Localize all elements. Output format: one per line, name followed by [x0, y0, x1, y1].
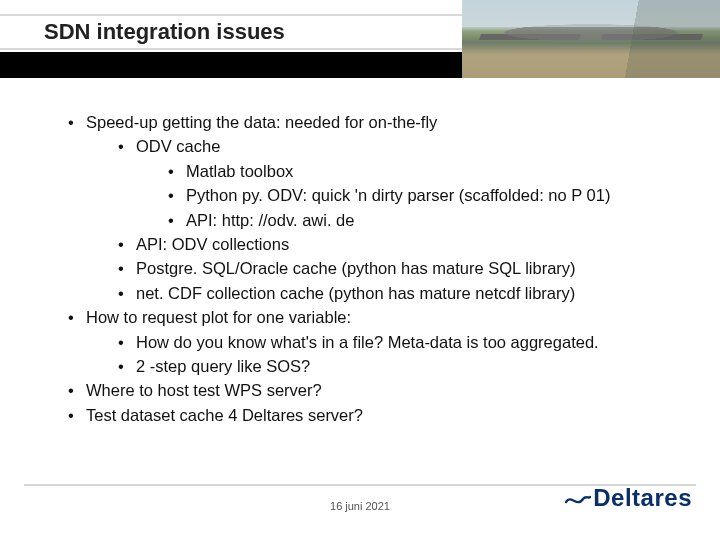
slide: SDN integration issues Speed-up getting … [0, 0, 720, 540]
bullet-l2: How do you know what's in a file? Meta-d… [114, 330, 690, 354]
bullet-text: 2 -step query like SOS? [136, 357, 310, 375]
bullet-l1: Test dataset cache 4 Deltares server? [64, 403, 690, 427]
bullet-l1: Where to host test WPS server? [64, 378, 690, 402]
bullet-text: Speed-up getting the data: needed for on… [86, 113, 437, 131]
bullet-l1: How to request plot for one variable: Ho… [64, 305, 690, 378]
wave-icon [565, 486, 591, 504]
slide-title: SDN integration issues [0, 19, 285, 45]
bullet-text: How to request plot for one variable: [86, 308, 351, 326]
bullet-text: Where to host test WPS server? [86, 381, 322, 399]
slide-body: Speed-up getting the data: needed for on… [64, 110, 690, 427]
slide-header: SDN integration issues [0, 0, 720, 78]
bullet-text: Python py. ODV: quick 'n dirty parser (s… [186, 186, 610, 204]
bullet-text: API: ODV collections [136, 235, 289, 253]
bullet-l3: Python py. ODV: quick 'n dirty parser (s… [164, 183, 690, 207]
bullet-text: ODV cache [136, 137, 220, 155]
header-photo [462, 0, 720, 78]
bullet-l2: API: ODV collections [114, 232, 690, 256]
bullet-l2: ODV cache Matlab toolbox Python py. ODV:… [114, 134, 690, 232]
bullet-l2: 2 -step query like SOS? [114, 354, 690, 378]
bullet-text: Test dataset cache 4 Deltares server? [86, 406, 363, 424]
bullet-l3: Matlab toolbox [164, 159, 690, 183]
bullet-text: How do you know what's in a file? Meta-d… [136, 333, 599, 351]
bullet-l1: Speed-up getting the data: needed for on… [64, 110, 690, 305]
bullet-l2: net. CDF collection cache (python has ma… [114, 281, 690, 305]
bullet-text: net. CDF collection cache (python has ma… [136, 284, 575, 302]
bullet-text: Postgre. SQL/Oracle cache (python has ma… [136, 259, 576, 277]
bullet-text: Matlab toolbox [186, 162, 293, 180]
bullet-text: API: http: //odv. awi. de [186, 211, 354, 229]
deltares-logo: Deltares [565, 484, 692, 512]
bullet-l2: Postgre. SQL/Oracle cache (python has ma… [114, 256, 690, 280]
logo-text: Deltares [593, 484, 692, 511]
bullet-l3: API: http: //odv. awi. de [164, 208, 690, 232]
